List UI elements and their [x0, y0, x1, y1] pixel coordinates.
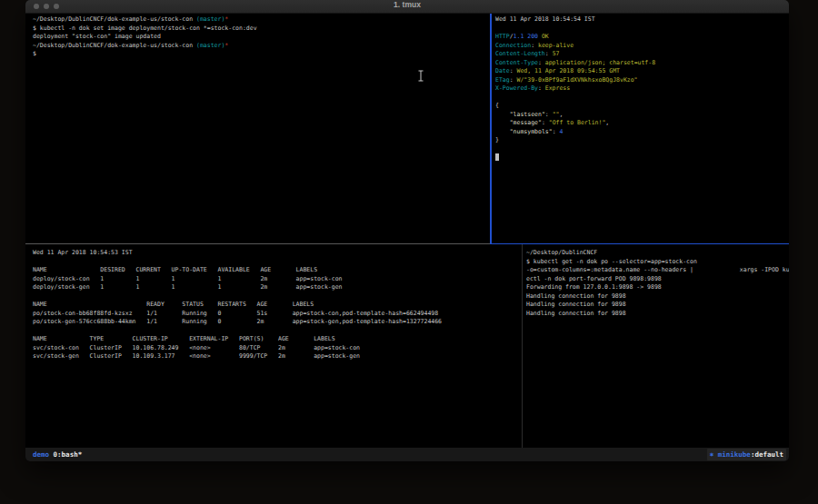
- terminal-text-segment: [495, 153, 499, 161]
- terminal-line: Handling connection for 9898: [526, 301, 789, 310]
- terminal-text-segment: Handling connection for 9898: [526, 292, 626, 300]
- terminal-text-segment: $ kubectl -n dok set image deployment/st…: [33, 25, 257, 32]
- terminal-text-segment: NAME DESIRED CURRENT UP-TO-DATE AVAILABL…: [33, 266, 317, 273]
- terminal-line: NAME DESIRED CURRENT UP-TO-DATE AVAILABL…: [33, 266, 527, 275]
- terminal-text-segment: po/stock-gen-576cc688bb-44kmn 1/1 Runnin…: [33, 318, 442, 325]
- terminal-line: [33, 258, 527, 267]
- terminal-text-segment: :: [545, 111, 553, 118]
- pane-divider-vertical-bottom: [522, 244, 524, 448]
- pane-divider-horizontal-left: [25, 243, 490, 245]
- terminal-text-segment: 1.1 200: [514, 33, 538, 40]
- terminal-text-segment: Forwarding from 127.0.0.1:9898 -> 9898: [526, 283, 662, 291]
- tmux-pane-top-right[interactable]: Wed 11 Apr 2018 10:54:54 IST HTTP/1.1 20…: [492, 14, 789, 244]
- terminal-line: Handling connection for 9898: [526, 310, 789, 319]
- terminal-text-segment: ~/Desktop/DublinCNCF/dok-example-us/stoc…: [33, 42, 193, 49]
- terminal-line: ~/Desktop/DublinCNCF: [526, 249, 789, 258]
- terminal-line: [33, 292, 527, 301]
- terminal-line: -o=custom-columns=:metadata.name --no-he…: [526, 266, 789, 275]
- terminal-line: "lastseen": "",: [495, 111, 789, 120]
- terminal-line: "numsymbols": 4: [495, 128, 789, 137]
- terminal-text-segment: deployment "stock-con" image updated: [33, 33, 161, 40]
- terminal-line: deployment "stock-con" image updated: [33, 33, 497, 42]
- terminal-line: Wed 11 Apr 2018 10:54:54 IST: [495, 15, 789, 25]
- terminal-line: "message": "Off to Berlin!",: [495, 119, 789, 128]
- terminal-line: [495, 153, 789, 163]
- terminal-line: Handling connection for 9898: [526, 292, 789, 301]
- mouse-cursor-ibeam-icon: [417, 68, 424, 80]
- terminal-text-segment: ,: [559, 111, 563, 118]
- terminal-text-segment: $ kubectl get -n dok po --selector=app=s…: [526, 258, 697, 265]
- terminal-text-segment: NAME TYPE CLUSTER-IP EXTERNAL-IP PORT(S)…: [33, 335, 335, 342]
- terminal-line: ~/Desktop/DublinCNCF/dok-example-us/stoc…: [33, 15, 497, 25]
- terminal-text-segment: Date: [495, 67, 510, 74]
- terminal-line: X-Powered-By: Express: [495, 84, 789, 94]
- terminal-text-segment: keep-alive: [538, 42, 574, 49]
- terminal-text-segment: ectl -n dok port-forward POD 9898:9898: [526, 275, 662, 282]
- terminal-line: NAME TYPE CLUSTER-IP EXTERNAL-IP PORT(S)…: [33, 335, 527, 344]
- terminal-text-segment: ~/Desktop/DublinCNCF/dok-example-us/stoc…: [33, 15, 193, 23]
- terminal-text-segment: :: [538, 59, 545, 66]
- terminal-text-segment: Content-Length: [495, 50, 545, 57]
- terminal-text-segment: W/"39-0xBPf9aF1dXVNkhsxoBQgJ8vKzo": [516, 76, 637, 84]
- terminal-text-segment: deploy/stock-con 1 1 1 1 2m app=stock-co…: [33, 275, 342, 282]
- tmux-session-window-label[interactable]: demo 0:bash*: [33, 448, 82, 461]
- terminal-text-segment: -o=custom-columns=:metadata.name --no-he…: [526, 266, 789, 273]
- terminal-line: [495, 94, 789, 103]
- terminal-text-segment: :: [538, 84, 545, 92]
- terminal-text-segment: Content-Type: [495, 59, 538, 66]
- tmux-pane-top-left[interactable]: ~/Desktop/DublinCNCF/dok-example-us/stoc…: [25, 14, 497, 244]
- terminal-line: $ kubectl -n dok set image deployment/st…: [33, 25, 497, 34]
- terminal-line: deploy/stock-con 1 1 1 1 2m app=stock-co…: [33, 275, 527, 284]
- window-titlebar[interactable]: 1. tmux: [25, 0, 789, 14]
- terminal-text-segment: Wed 11 Apr 2018 10:54:53 IST: [33, 249, 133, 256]
- terminal-text-segment: $: [33, 50, 36, 57]
- terminal-text-segment: *: [224, 15, 228, 23]
- terminal-text-segment: svc/stock-con ClusterIP 10.106.78.249 <n…: [33, 344, 360, 351]
- terminal-line: Forwarding from 127.0.0.1:9898 -> 9898: [526, 283, 789, 292]
- terminal-text-segment: (master): [193, 42, 224, 49]
- terminal-text-segment: ⎈: [710, 450, 718, 459]
- terminal-line: ETag: W/"39-0xBPf9aF1dXVNkhsxoBQgJ8vKzo": [495, 76, 789, 85]
- terminal-text-segment: *: [224, 42, 228, 49]
- terminal-line: po/stock-con-bb68f88fd-kzsxz 1/1 Running…: [33, 310, 527, 319]
- terminal-text-segment: :: [531, 42, 538, 49]
- terminal-text-segment: ,: [605, 119, 609, 126]
- terminal-text-segment: :default: [751, 450, 783, 459]
- terminal-line: HTTP/1.1 200 OK: [495, 33, 789, 42]
- terminal-text-segment: "Off to Berlin!": [549, 119, 606, 126]
- tmux-pane-bottom-right[interactable]: ~/Desktop/DublinCNCF$ kubectl get -n dok…: [523, 244, 789, 452]
- terminal-text-segment: NAME READY STATUS RESTARTS AGE LABELS: [33, 301, 314, 308]
- terminal-line: }: [495, 136, 789, 145]
- terminal-text-segment: demo: [33, 450, 49, 459]
- terminal-text-segment: 0:bash*: [54, 450, 83, 459]
- terminal-line: ectl -n dok port-forward POD 9898:9898: [526, 275, 789, 284]
- terminal-text-segment: HTTP: [495, 33, 510, 40]
- terminal-text-segment: :: [542, 119, 549, 126]
- pane-divider-horizontal-right-active: [490, 243, 789, 245]
- terminal-line: deploy/stock-gen 1 1 1 1 2m app=stock-ge…: [33, 283, 527, 292]
- terminal-text-segment: (master): [193, 15, 224, 23]
- terminal-window: 1. tmux ~/Desktop/DublinCNCF/dok-example…: [25, 0, 789, 461]
- terminal-line: svc/stock-con ClusterIP 10.106.78.249 <n…: [33, 344, 527, 353]
- terminal-line: $ kubectl get -n dok po --selector=app=s…: [526, 258, 789, 267]
- terminal-text-segment: Express: [545, 84, 570, 92]
- terminal-line: [495, 145, 789, 154]
- terminal-line: {: [495, 102, 789, 111]
- terminal-text-segment: [495, 111, 510, 118]
- terminal-text-segment: X-Powered-By: [495, 84, 538, 92]
- terminal-text-segment: minikube: [718, 450, 751, 459]
- terminal-text-segment: ETag: [495, 76, 510, 84]
- terminal-text-segment: "message": [510, 119, 542, 126]
- terminal-text-segment: Handling connection for 9898: [526, 301, 626, 308]
- terminal-text-segment: deploy/stock-gen 1 1 1 1 2m app=stock-ge…: [33, 283, 342, 291]
- terminal-line: [33, 327, 527, 336]
- terminal-text-segment: Wed 11 Apr 2018 10:54:54 IST: [495, 15, 595, 23]
- terminal-text-segment: [495, 119, 510, 126]
- tmux-status-bar: demo 0:bash* ⎈ minikube:default: [25, 448, 789, 461]
- terminal-text-segment: }: [495, 136, 499, 143]
- terminal-text-segment: :: [545, 50, 553, 57]
- terminal-line: NAME READY STATUS RESTARTS AGE LABELS: [33, 301, 527, 310]
- tmux-pane-bottom-left[interactable]: Wed 11 Apr 2018 10:54:53 IST NAME DESIRE…: [25, 244, 527, 452]
- terminal-text-segment: application/json; charset=utf-8: [545, 59, 655, 66]
- terminal-text-segment: po/stock-con-bb68f88fd-kzsxz 1/1 Running…: [33, 310, 438, 317]
